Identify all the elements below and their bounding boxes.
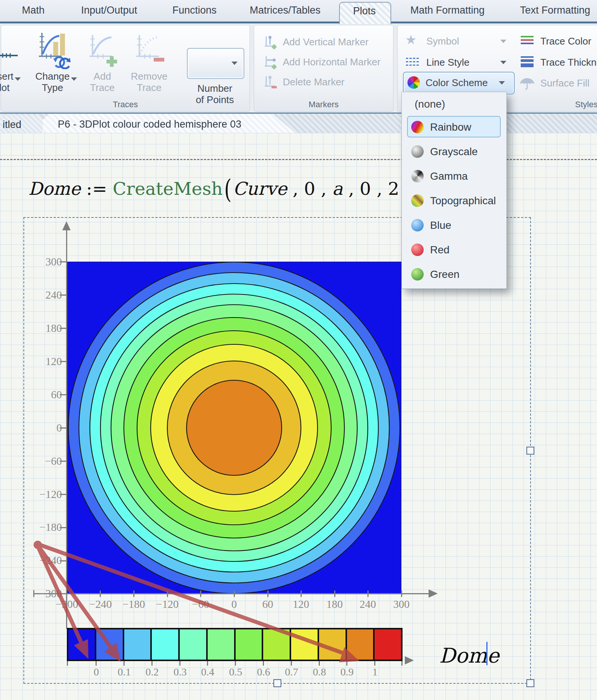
change-type-caret[interactable] — [71, 77, 77, 81]
add-trace-button[interactable]: Add Trace — [80, 29, 125, 97]
y-tick-label: 180 — [29, 322, 62, 335]
color-scheme-dropdown: (none) Rainbow Grayscale Gamma Topograph… — [401, 92, 507, 289]
legend-cell — [375, 629, 401, 660]
grayscale-swatch-icon — [411, 145, 424, 158]
trace-color-button[interactable]: Trace Color — [518, 34, 597, 49]
x-tick-label: 60 — [251, 598, 285, 611]
doc-tab-active[interactable]: P6 - 3DPlot colour coded hemisphere 03 — [43, 114, 296, 134]
x-tick — [401, 591, 402, 597]
dropdown-item-topographical[interactable]: Topographical — [402, 190, 506, 212]
x-tick — [334, 591, 335, 597]
delete-marker-button[interactable]: Delete Marker — [264, 74, 389, 90]
y-tick-label: 120 — [29, 355, 62, 368]
legend-tick — [263, 661, 264, 666]
math-arg-curve: Curve — [233, 178, 287, 199]
tab-matrices-tables[interactable]: Matrices/Tables — [250, 5, 321, 16]
insert-plot-caret[interactable] — [15, 77, 21, 81]
tab-functions[interactable]: Functions — [172, 5, 216, 16]
add-horizontal-marker-icon — [264, 55, 278, 69]
dropdown-item-rainbow[interactable]: Rainbow — [402, 116, 506, 139]
y-tick-label: −120 — [29, 488, 62, 501]
legend-cell — [291, 629, 318, 660]
number-of-points-combo[interactable] — [187, 48, 244, 79]
ribbon-tab-bar: Math Input/Output Functions Matrices/Tab… — [0, 0, 597, 23]
y-axis-line — [66, 230, 67, 629]
legend-tick — [346, 661, 347, 666]
doc-tab-active-label: P6 - 3DPlot colour coded hemisphere 03 — [58, 114, 241, 134]
dropdown-item-green[interactable]: Green — [402, 263, 506, 286]
dropdown-item-none[interactable]: (none) — [415, 97, 445, 112]
group-markers: Markers Add Vertical Marker — [254, 25, 393, 112]
legend-tick-label: 1 — [358, 666, 392, 678]
dropdown-item-grayscale[interactable]: Grayscale — [402, 140, 506, 163]
plot-caption[interactable]: Dome — [439, 644, 499, 668]
dropdown-item-blue[interactable]: Blue — [402, 214, 506, 237]
selection-handle-right[interactable] — [526, 447, 534, 455]
trace-thickness-label: Trace Thickness — [540, 55, 597, 70]
symbol-label: Symbol — [426, 34, 459, 49]
group-styles-caption: Styles — [560, 100, 597, 109]
symbol-caret[interactable] — [500, 40, 506, 43]
dropdown-item-gamma-label: Gamma — [430, 165, 468, 188]
blue-swatch-icon — [411, 219, 424, 231]
symbol-button[interactable]: ★ Symbol — [403, 34, 516, 49]
dropdown-item-red[interactable]: Red — [402, 239, 506, 261]
color-scheme-caret[interactable] — [499, 81, 505, 85]
add-horizontal-marker-button[interactable]: Add Horizontal Marker — [264, 54, 389, 70]
line-style-caret[interactable] — [500, 61, 506, 64]
legend-cell — [263, 629, 290, 660]
tab-math-formatting[interactable]: Math Formatting — [410, 5, 485, 16]
doc-tab-untitled-label: itled — [3, 115, 22, 135]
dropdown-item-gamma[interactable]: Gamma — [402, 165, 506, 188]
legend-tick — [291, 661, 292, 666]
x-tick-label: 120 — [284, 598, 318, 611]
dropdown-item-blue-label: Blue — [430, 214, 451, 237]
mathcad-window: Math Input/Output Functions Matrices/Tab… — [0, 0, 597, 700]
x-tick — [167, 591, 168, 597]
x-axis-line — [33, 593, 429, 594]
y-tick-label: 60 — [29, 389, 62, 401]
x-axis-arrow — [429, 589, 438, 598]
x-tick — [267, 591, 268, 597]
dropdown-item-topographical-label: Topographical — [430, 190, 496, 212]
legend-tick — [207, 661, 208, 666]
star-icon: ★ — [405, 32, 417, 47]
legend-cell — [319, 629, 346, 660]
selection-handle-bottom[interactable] — [273, 679, 281, 687]
line-style-icon — [406, 58, 419, 66]
add-vertical-marker-button[interactable]: Add Vertical Marker — [264, 34, 389, 50]
math-arg-a: a — [332, 178, 343, 199]
remove-trace-button[interactable]: Remove Trace — [126, 29, 172, 97]
number-of-points-caret[interactable] — [231, 62, 238, 65]
color-scheme-button[interactable]: Color Scheme — [403, 72, 515, 94]
remove-trace-label-1: Remove — [126, 71, 172, 82]
x-tick — [234, 591, 235, 597]
x-tick — [100, 591, 101, 597]
surface-fill-button[interactable]: Surface Fill — [518, 76, 597, 91]
tab-text-formatting[interactable]: Text Formatting — [520, 5, 590, 16]
selection-handle-corner[interactable] — [526, 679, 534, 687]
legend-tick — [235, 661, 236, 666]
y-tick-label: 240 — [29, 289, 62, 301]
change-type-button[interactable]: Change Type — [28, 29, 77, 97]
tab-math[interactable]: Math — [22, 5, 45, 16]
tab-plots[interactable]: Plots — [353, 5, 376, 17]
legend-cell — [152, 629, 178, 660]
insert-plot-icon — [0, 32, 19, 68]
x-tick — [301, 591, 302, 597]
add-horizontal-marker-label: Add Horizontal Marker — [283, 54, 381, 69]
add-trace-label-1: Add — [80, 71, 125, 82]
insert-plot-label-1: Insert — [0, 71, 25, 82]
gamma-swatch-icon — [411, 170, 424, 182]
line-style-label: Line Style — [426, 55, 469, 70]
y-tick-label: 0 — [29, 422, 62, 434]
x-tick — [133, 591, 134, 597]
line-style-button[interactable]: Line Style — [403, 55, 516, 71]
insert-plot-button[interactable]: Insert Plot — [0, 29, 25, 97]
trace-thickness-button[interactable]: Trace Thickness — [518, 55, 597, 71]
delete-marker-icon — [264, 75, 278, 89]
trace-color-label: Trace Color — [540, 34, 591, 49]
legend-cell — [180, 629, 206, 660]
tab-input-output[interactable]: Input/Output — [81, 5, 137, 16]
dropdown-item-grayscale-label: Grayscale — [430, 140, 478, 163]
